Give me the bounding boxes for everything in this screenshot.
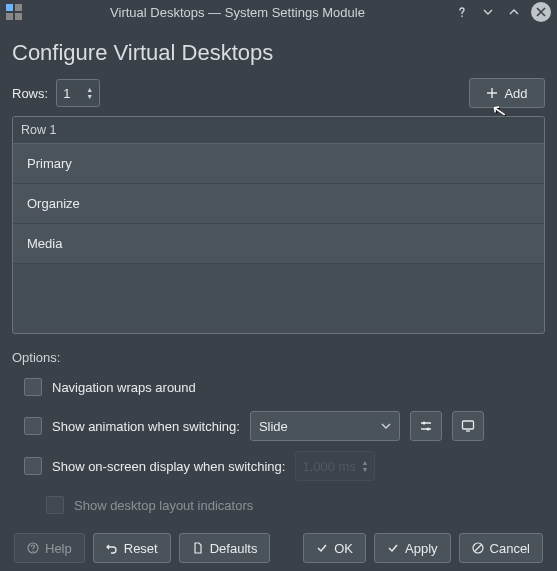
page-title: Configure Virtual Desktops [12, 40, 545, 66]
anim-value: Slide [259, 419, 375, 434]
check-icon [387, 542, 399, 554]
undo-icon [106, 542, 118, 554]
rows-spinbox[interactable]: 1 ▲▼ [56, 79, 100, 107]
desktop-list: Row 1 Primary Organize Media [12, 116, 545, 334]
nav-wrap-checkbox[interactable] [24, 378, 42, 396]
apply-button[interactable]: Apply [374, 533, 451, 563]
show-anim-checkbox[interactable] [24, 417, 42, 435]
osd-value: 1,000 ms [302, 459, 357, 474]
maximize-icon[interactable] [505, 3, 523, 21]
cancel-button[interactable]: Cancel [459, 533, 543, 563]
help-icon [27, 542, 39, 554]
row-header: Row 1 [13, 117, 544, 144]
add-label: Add [504, 86, 527, 101]
anim-config-button[interactable] [410, 411, 442, 441]
titlebar: Virtual Desktops — System Settings Modul… [0, 0, 557, 24]
spin-arrows-icon[interactable]: ▲▼ [86, 86, 93, 100]
desktop-item[interactable]: Media [13, 224, 544, 264]
cancel-icon [472, 542, 484, 554]
anim-combo[interactable]: Slide [250, 411, 400, 441]
svg-rect-2 [462, 421, 473, 429]
monitor-icon [461, 419, 475, 433]
chevron-down-icon [381, 421, 391, 431]
sliders-icon [419, 419, 433, 433]
minimize-icon[interactable] [479, 3, 497, 21]
desktop-item[interactable]: Primary [13, 144, 544, 184]
svg-point-0 [422, 421, 425, 424]
rows-value: 1 [63, 86, 82, 101]
svg-point-1 [426, 427, 429, 430]
help-icon[interactable] [453, 3, 471, 21]
add-button[interactable]: Add [469, 78, 545, 108]
show-osd-label: Show on-screen display when switching: [52, 459, 285, 474]
defaults-button[interactable]: Defaults [179, 533, 271, 563]
close-icon[interactable] [531, 2, 551, 22]
help-button[interactable]: Help [14, 533, 85, 563]
layout-ind-checkbox [46, 496, 64, 514]
spin-arrows-icon: ▲▼ [361, 459, 368, 473]
document-icon [192, 542, 204, 554]
desktop-item[interactable]: Organize [13, 184, 544, 224]
plus-icon [486, 87, 498, 99]
show-anim-label: Show animation when switching: [52, 419, 240, 434]
check-icon [316, 542, 328, 554]
reset-button[interactable]: Reset [93, 533, 171, 563]
rows-label: Rows: [12, 86, 48, 101]
nav-wrap-label: Navigation wraps around [52, 380, 196, 395]
osd-duration-field: 1,000 ms ▲▼ [295, 451, 375, 481]
window-title: Virtual Desktops — System Settings Modul… [28, 5, 447, 20]
layout-ind-label: Show desktop layout indicators [74, 498, 253, 513]
anim-preview-button[interactable] [452, 411, 484, 441]
options-label: Options: [12, 350, 545, 365]
ok-button[interactable]: OK [303, 533, 366, 563]
app-icon [6, 4, 22, 20]
show-osd-checkbox[interactable] [24, 457, 42, 475]
